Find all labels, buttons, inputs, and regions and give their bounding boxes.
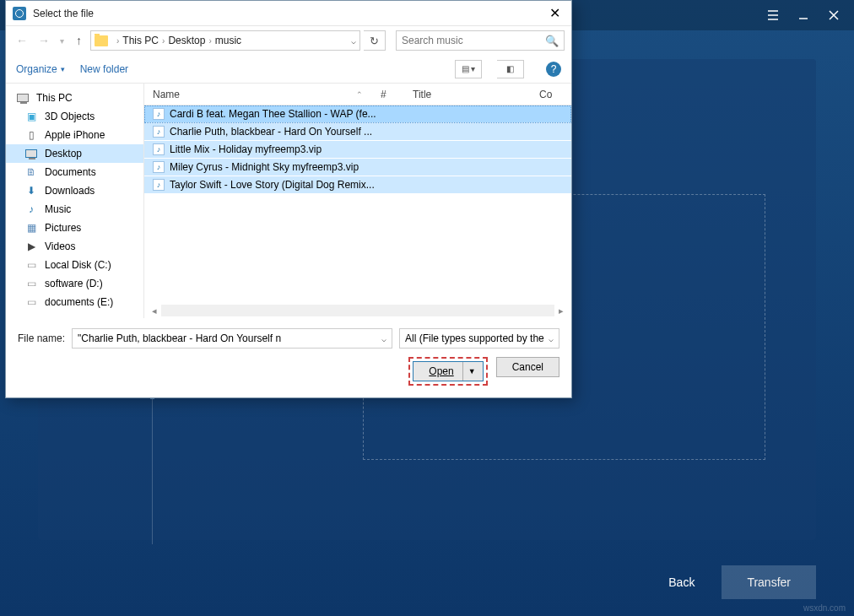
- tree-item-downloads[interactable]: ⬇Downloads: [6, 181, 143, 200]
- file-row[interactable]: ♪Miley Cyrus - Midnight Sky myfreemp3.vi…: [144, 159, 571, 176]
- 3d-icon: ▣: [24, 110, 38, 123]
- tree-item-desktop[interactable]: Desktop: [6, 144, 143, 163]
- file-row[interactable]: ♪Taylor Swift - Love Story (Digital Dog …: [144, 176, 571, 194]
- tree-item-label: Downloads: [45, 185, 95, 197]
- music-file-icon: ♪: [153, 179, 165, 191]
- tree-item-apple-iphone[interactable]: ▯Apple iPhone: [6, 126, 143, 144]
- folder-icon: [95, 35, 108, 46]
- scroll-track[interactable]: [161, 305, 554, 316]
- chevron-right-icon: ›: [162, 36, 165, 46]
- video-icon: ▶: [24, 240, 38, 253]
- refresh-button[interactable]: ↻: [364, 30, 386, 51]
- column-name[interactable]: Name⌃: [144, 84, 372, 105]
- tree-item-label: Apple iPhone: [45, 129, 105, 141]
- tree-item-this-pc[interactable]: This PC: [6, 89, 143, 107]
- tree-item-label: Videos: [45, 240, 75, 252]
- music-file-icon: ♪: [153, 143, 165, 155]
- dialog-footer: File name: "Charlie Puth, blackbear - Ha…: [6, 318, 571, 397]
- tree-item-3d-objects[interactable]: ▣3D Objects: [6, 107, 143, 126]
- chevron-right-icon: ›: [116, 36, 119, 46]
- chevron-down-icon[interactable]: ▾: [57, 35, 68, 47]
- file-name: Cardi B feat. Megan Thee Stallion - WAP …: [170, 108, 376, 120]
- scroll-right-icon[interactable]: ▸: [554, 305, 568, 316]
- close-icon[interactable]: [827, 8, 840, 22]
- chevron-down-icon: ▾: [61, 65, 65, 73]
- search-field[interactable]: [402, 35, 545, 46]
- app-footer: Back Transfer: [658, 565, 816, 599]
- file-name: Miley Cyrus - Midnight Sky myfreemp3.vip: [170, 161, 359, 173]
- scroll-left-icon[interactable]: ◂: [148, 305, 161, 316]
- preview-pane-button[interactable]: ◧: [497, 60, 524, 78]
- search-input[interactable]: 🔍: [396, 30, 565, 51]
- file-list[interactable]: ♪Cardi B feat. Megan Thee Stallion - WAP…: [144, 105, 571, 303]
- cancel-button[interactable]: Cancel: [496, 357, 559, 377]
- tree-item-label: software (D:): [45, 278, 103, 289]
- doc-icon: 🗎: [24, 165, 38, 179]
- transfer-button[interactable]: Transfer: [722, 565, 816, 599]
- disk-icon: ▭: [24, 295, 38, 309]
- music-file-icon: ♪: [153, 161, 165, 173]
- help-icon[interactable]: ?: [546, 62, 561, 77]
- file-row[interactable]: ♪Charlie Puth, blackbear - Hard On Yours…: [144, 123, 571, 141]
- tree-item-documents-e-[interactable]: ▭documents (E:): [6, 293, 143, 311]
- organize-menu[interactable]: Organize▾: [16, 63, 65, 75]
- file-name-input[interactable]: "Charlie Puth, blackbear - Hard On Yours…: [72, 328, 392, 349]
- file-name-label: File name:: [18, 332, 65, 344]
- dialog-close-button[interactable]: ✕: [538, 5, 571, 21]
- tree-item-label: 3D Objects: [45, 111, 95, 122]
- tree-item-label: Documents: [45, 166, 96, 178]
- breadcrumb[interactable]: › This PC › Desktop › music ⌵: [90, 30, 360, 51]
- nav-forward-icon[interactable]: →: [35, 32, 53, 49]
- file-list-panel: Name⌃ # Title Co ♪Cardi B feat. Megan Th…: [144, 84, 571, 318]
- chevron-down-icon[interactable]: ⌵: [351, 36, 356, 46]
- view-mode-button[interactable]: ▤ ▾: [455, 60, 482, 78]
- chevron-down-icon[interactable]: ⌵: [381, 334, 386, 343]
- dialog-titlebar: Select the file ✕: [6, 1, 571, 26]
- tree-item-label: Local Disk (C:): [45, 259, 111, 271]
- tree-item-software-d-[interactable]: ▭software (D:): [6, 274, 143, 293]
- open-button[interactable]: Open ▼: [413, 361, 483, 381]
- download-icon: ⬇: [24, 184, 38, 197]
- breadcrumb-level1[interactable]: Desktop: [168, 35, 205, 46]
- folder-tree[interactable]: This PC▣3D Objects▯Apple iPhoneDesktop🗎D…: [6, 84, 144, 318]
- music-file-icon: ♪: [153, 126, 165, 138]
- sort-asc-icon: ⌃: [356, 90, 363, 99]
- disk-icon: ▭: [24, 258, 38, 272]
- breadcrumb-level2[interactable]: music: [215, 35, 241, 46]
- chevron-down-icon[interactable]: ⌵: [549, 334, 554, 343]
- search-icon[interactable]: 🔍: [545, 35, 559, 47]
- pc-icon: [16, 91, 30, 105]
- tree-item-documents[interactable]: 🗎Documents: [6, 163, 143, 181]
- new-folder-button[interactable]: New folder: [80, 63, 128, 75]
- file-open-dialog: Select the file ✕ ← → ▾ ↑ › This PC › De…: [5, 0, 572, 398]
- breadcrumb-root[interactable]: This PC: [122, 35, 159, 46]
- chevron-down-icon[interactable]: ▼: [468, 367, 476, 376]
- column-title[interactable]: Title: [404, 84, 531, 105]
- watermark: wsxdn.com: [803, 603, 846, 613]
- nav-up-icon[interactable]: ↑: [71, 32, 87, 49]
- tree-item-label: Pictures: [45, 222, 81, 234]
- dialog-nav-bar: ← → ▾ ↑ › This PC › Desktop › music ⌵ ↻ …: [6, 26, 571, 55]
- tree-item-pictures[interactable]: ▦Pictures: [6, 219, 143, 237]
- open-button-highlight: Open ▼: [408, 357, 487, 386]
- tree-item-music[interactable]: ♪Music: [6, 200, 143, 219]
- dialog-body: This PC▣3D Objects▯Apple iPhoneDesktop🗎D…: [6, 84, 571, 318]
- tree-item-local-disk-c-[interactable]: ▭Local Disk (C:): [6, 256, 143, 274]
- file-name: Taylor Swift - Love Story (Digital Dog R…: [170, 179, 375, 191]
- file-type-filter[interactable]: All (File types supported by the ⌵: [399, 328, 559, 349]
- file-row[interactable]: ♪Cardi B feat. Megan Thee Stallion - WAP…: [144, 105, 571, 123]
- tree-item-label: Desktop: [45, 148, 82, 159]
- minimize-icon[interactable]: [797, 8, 810, 22]
- horizontal-scrollbar[interactable]: ◂ ▸: [144, 303, 571, 318]
- list-icon[interactable]: [766, 8, 780, 22]
- tree-item-videos[interactable]: ▶Videos: [6, 237, 143, 256]
- file-row[interactable]: ♪Little Mix - Holiday myfreemp3.vip: [144, 141, 571, 159]
- dialog-toolbar: Organize▾ New folder ▤ ▾ ◧ ?: [6, 55, 571, 84]
- desktop-icon: [24, 147, 38, 160]
- nav-back-icon[interactable]: ←: [13, 32, 31, 49]
- tree-item-label: This PC: [36, 92, 73, 104]
- back-button[interactable]: Back: [658, 567, 705, 597]
- column-number[interactable]: #: [372, 84, 404, 105]
- picture-icon: ▦: [24, 221, 38, 235]
- column-co[interactable]: Co: [531, 84, 571, 105]
